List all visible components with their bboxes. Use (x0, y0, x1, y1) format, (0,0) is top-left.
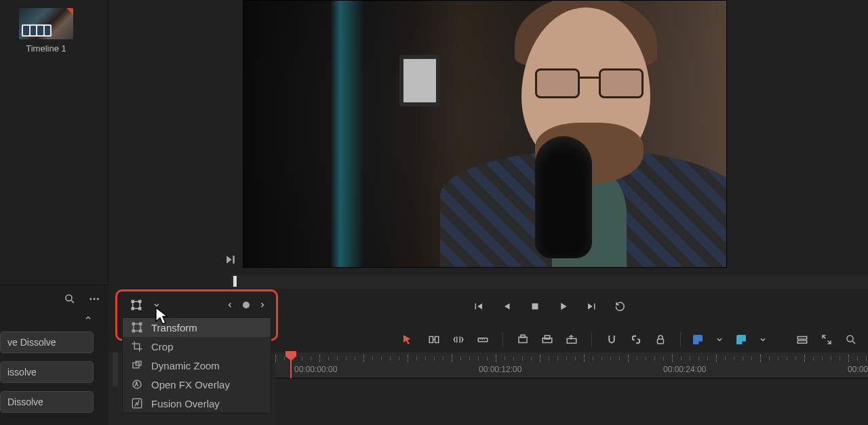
next-keyframe-button[interactable] (255, 298, 270, 312)
scrubber-in-mark (233, 276, 237, 287)
stop-button[interactable] (528, 299, 542, 314)
play-button[interactable] (556, 299, 571, 314)
menu-item-fusion[interactable]: Fusion Overlay (123, 394, 271, 413)
menu-item-label: Transform (151, 322, 197, 333)
blade-tool[interactable] (475, 332, 490, 347)
overlay-mode-selector[interactable] (126, 297, 273, 313)
menu-item-transform[interactable]: Transform (123, 318, 271, 337)
keyframe-toggle[interactable] (243, 302, 250, 308)
svg-rect-7 (139, 300, 141, 302)
chevron-down-icon[interactable] (712, 332, 727, 347)
flag-marker-cyan[interactable] (736, 335, 746, 344)
crop-icon (131, 340, 143, 352)
transform-icon (131, 321, 143, 333)
clip-thumbnail-image (19, 8, 73, 39)
chevron-down-icon (149, 298, 164, 312)
chevron-down-icon[interactable] (755, 332, 770, 347)
overlay-mode-menu: Transform Crop Dynamic Zoom Open FX Over… (122, 317, 271, 413)
flag-marker-blue[interactable] (693, 335, 703, 344)
keyframe-nav (222, 298, 270, 312)
svg-point-30 (847, 336, 853, 342)
loop-button[interactable] (613, 299, 628, 314)
svg-rect-27 (658, 339, 664, 344)
overwrite-clip-button[interactable] (540, 332, 555, 347)
svg-point-3 (94, 298, 96, 300)
timeline-view-options[interactable] (795, 332, 810, 347)
menu-item-dynamic-zoom[interactable]: Dynamic Zoom (123, 356, 271, 375)
transition-item[interactable]: ve Dissolve (0, 331, 94, 353)
transport-controls (471, 299, 628, 314)
replace-clip-button[interactable] (564, 332, 579, 347)
clip-thumbnail[interactable]: Timeline 1 (19, 8, 73, 54)
viewer-scrubber[interactable] (231, 275, 868, 289)
insert-clip-button[interactable] (515, 332, 530, 347)
linked-selection-toggle[interactable] (629, 332, 644, 347)
viewer-toolbar (231, 291, 868, 321)
go-to-end-button[interactable] (585, 299, 599, 314)
prev-keyframe-button[interactable] (222, 298, 237, 312)
fusion-icon (131, 397, 143, 409)
menu-item-openfx[interactable]: Open FX Overlay (123, 375, 271, 394)
position-lock-toggle[interactable] (653, 332, 668, 347)
zoom-full-button[interactable] (819, 332, 834, 347)
svg-rect-9 (139, 308, 141, 310)
zoom-detail-button[interactable] (844, 332, 859, 347)
svg-rect-11 (132, 323, 134, 325)
effects-library-panel: ve Dissolve issolve Dissolve (0, 285, 108, 425)
svg-rect-29 (797, 341, 807, 344)
edit-toolbar (275, 328, 868, 351)
clip-thumbnail-label: Timeline 1 (19, 43, 73, 54)
dynamic-zoom-icon (131, 359, 143, 371)
menu-item-label: Open FX Overlay (151, 379, 230, 390)
svg-rect-19 (429, 337, 433, 343)
svg-rect-12 (140, 323, 142, 325)
snapping-toggle[interactable] (604, 332, 619, 347)
timecode-label: 00:00 (848, 365, 868, 374)
selection-tool[interactable] (401, 332, 415, 347)
transition-item[interactable]: Dissolve (0, 391, 94, 413)
svg-rect-14 (140, 330, 142, 332)
svg-point-2 (90, 298, 92, 300)
svg-rect-13 (132, 330, 134, 332)
transition-item[interactable]: issolve (0, 361, 94, 383)
step-forward-button[interactable] (224, 253, 237, 266)
svg-rect-20 (435, 337, 439, 343)
go-to-start-button[interactable] (471, 299, 486, 314)
svg-point-1 (66, 295, 72, 301)
svg-rect-23 (521, 335, 525, 338)
viewer-frame[interactable] (243, 0, 727, 268)
dynamic-trim-tool[interactable] (451, 332, 466, 347)
svg-rect-28 (797, 337, 807, 340)
menu-item-crop[interactable]: Crop (123, 337, 271, 356)
timeline-tracks-area[interactable] (275, 378, 868, 425)
svg-rect-6 (132, 300, 134, 302)
options-icon[interactable] (87, 291, 102, 306)
svg-rect-8 (132, 308, 134, 310)
viewer-area (108, 0, 868, 271)
transform-icon (129, 298, 144, 312)
menu-item-label: Crop (151, 341, 174, 352)
timecode-label: 00:00:00:00 (294, 365, 337, 374)
svg-rect-0 (532, 304, 538, 310)
timecode-label: 00:00:24:00 (663, 365, 706, 374)
timeline-panel: 00:00:00:00 00:00:12:00 00:00:24:00 00:0… (275, 352, 868, 425)
trim-edit-tool[interactable] (427, 332, 441, 347)
timecode-label: 00:00:12:00 (479, 365, 521, 374)
openfx-icon (131, 378, 143, 390)
collapse-icon[interactable] (84, 312, 92, 326)
menu-item-label: Fusion Overlay (151, 398, 220, 409)
menu-item-label: Dynamic Zoom (151, 360, 220, 371)
timeline-ruler[interactable]: 00:00:00:00 00:00:12:00 00:00:24:00 00:0… (275, 352, 868, 378)
svg-point-4 (97, 298, 99, 300)
play-reverse-button[interactable] (499, 299, 514, 314)
search-icon[interactable] (62, 291, 77, 306)
